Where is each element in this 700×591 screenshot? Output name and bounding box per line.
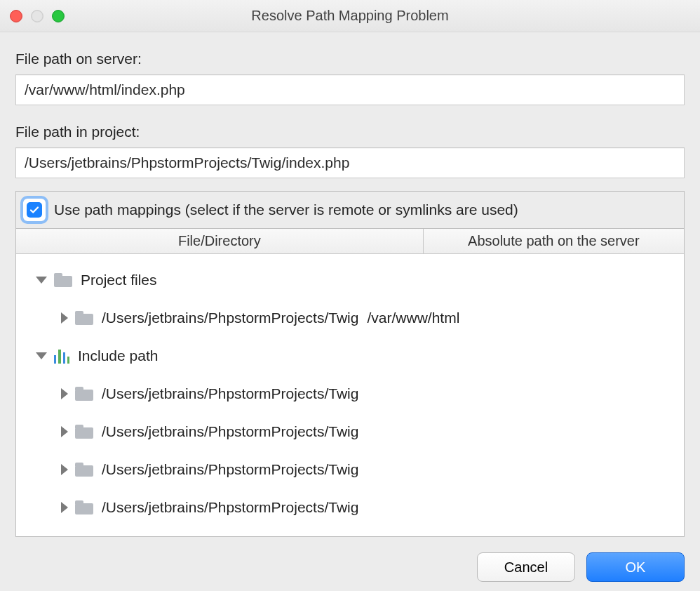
tree-node-path: /Users/jetbrains/PhpstormProjects/Twig: [102, 385, 358, 402]
server-path-input[interactable]: [15, 74, 685, 105]
tree-node-label: Include path: [78, 347, 158, 364]
mappings-columns-header: File/Directory Absolute path on the serv…: [16, 229, 684, 254]
folder-icon: [54, 273, 72, 287]
tree-node-project-root[interactable]: /Users/jetbrains/PhpstormProjects/Twig /…: [16, 299, 684, 337]
ok-button[interactable]: OK: [586, 552, 685, 582]
folder-icon: [75, 425, 93, 439]
check-icon: [27, 202, 42, 218]
use-path-mappings-checkbox[interactable]: [23, 199, 46, 221]
chevron-right-icon[interactable]: [61, 464, 68, 475]
tree-node-include-item[interactable]: /Users/jetbrains/PhpstormProjects/Twig: [16, 375, 684, 413]
window-controls: [0, 10, 65, 22]
folder-icon: [75, 387, 93, 401]
close-window-icon[interactable]: [10, 10, 22, 22]
tree-node-project-files[interactable]: Project files: [16, 261, 684, 299]
chevron-right-icon[interactable]: [61, 426, 68, 437]
tree-node-include-item[interactable]: /Users/jetbrains/PhpstormProjects/Twig: [16, 413, 684, 451]
zoom-window-icon[interactable]: [52, 10, 65, 22]
folder-icon: [75, 463, 93, 477]
tree-node-path: /Users/jetbrains/PhpstormProjects/Twig: [102, 461, 358, 478]
chevron-right-icon[interactable]: [61, 502, 68, 513]
tree-node-path: /Users/jetbrains/PhpstormProjects/Twig: [102, 423, 358, 440]
chevron-down-icon[interactable]: [36, 277, 47, 284]
path-mappings-panel: Use path mappings (select if the server …: [15, 191, 685, 537]
cancel-button[interactable]: Cancel: [477, 552, 575, 582]
chevron-right-icon[interactable]: [61, 388, 68, 399]
tree-node-path: /Users/jetbrains/PhpstormProjects/Twig: [102, 499, 358, 516]
column-absolute-path[interactable]: Absolute path on the server: [424, 229, 684, 253]
minimize-window-icon: [31, 10, 43, 22]
window-titlebar: Resolve Path Mapping Problem: [0, 0, 700, 32]
use-path-mappings-label: Use path mappings (select if the server …: [54, 201, 518, 218]
folder-icon: [75, 311, 93, 325]
chevron-down-icon[interactable]: [36, 352, 47, 359]
library-icon: [54, 348, 69, 364]
folder-icon: [75, 500, 93, 514]
mappings-tree: Project files /Users/jetbrains/PhpstormP…: [16, 254, 684, 536]
tree-node-server-path: /var/www/html: [367, 310, 459, 326]
project-path-label: File path in project:: [15, 124, 685, 140]
tree-node-path: /Users/jetbrains/PhpstormProjects/Twig: [102, 310, 358, 326]
server-path-label: File path on server:: [15, 51, 685, 67]
tree-node-include-path[interactable]: Include path: [16, 337, 684, 375]
window-title: Resolve Path Mapping Problem: [0, 8, 700, 24]
chevron-right-icon[interactable]: [61, 312, 68, 324]
column-file-directory[interactable]: File/Directory: [16, 229, 424, 253]
tree-node-include-item[interactable]: /Users/jetbrains/PhpstormProjects/Twig: [16, 489, 684, 526]
tree-node-label: Project files: [81, 272, 157, 288]
tree-node-include-item[interactable]: /Users/jetbrains/PhpstormProjects/Twig: [16, 451, 684, 489]
dialog-buttons: Cancel OK: [0, 537, 700, 591]
project-path-input[interactable]: [15, 147, 685, 178]
